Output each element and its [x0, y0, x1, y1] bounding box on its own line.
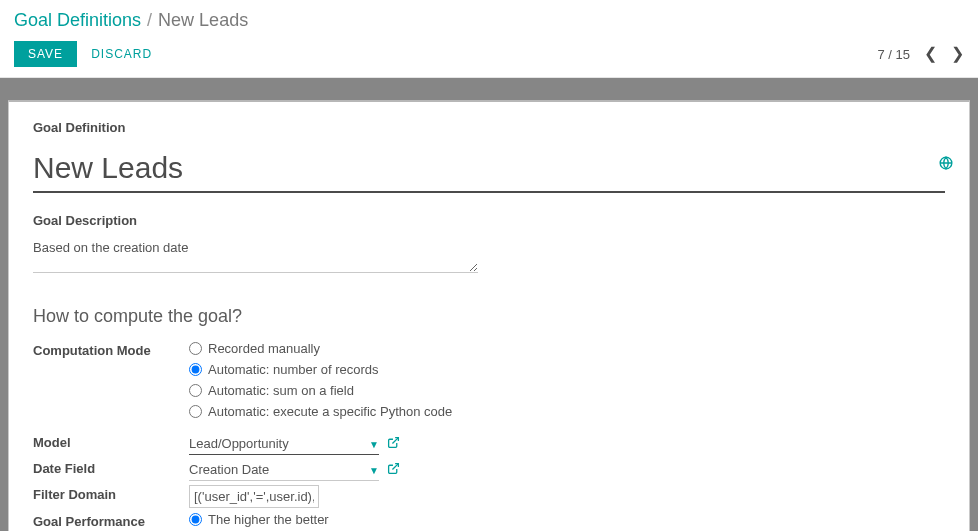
goal-description-input[interactable]: Based on the creation date — [33, 238, 478, 273]
breadcrumb-active: New Leads — [158, 10, 248, 31]
radio-sum[interactable] — [189, 384, 202, 397]
radio-label: The higher the better — [208, 512, 329, 527]
chevron-right-icon[interactable]: ❯ — [951, 46, 964, 62]
radio-label: Automatic: number of records — [208, 362, 379, 377]
radio-label: Recorded manually — [208, 341, 320, 356]
date-field-label: Date Field — [33, 459, 189, 476]
radio-python[interactable] — [189, 405, 202, 418]
radio-higher[interactable] — [189, 513, 202, 526]
model-input[interactable] — [189, 433, 379, 455]
breadcrumb-root[interactable]: Goal Definitions — [14, 10, 141, 31]
computation-mode-label: Computation Mode — [33, 341, 189, 358]
computation-mode-count[interactable]: Automatic: number of records — [189, 362, 945, 377]
globe-icon[interactable] — [939, 156, 953, 173]
filter-domain-label: Filter Domain — [33, 485, 189, 502]
performance-higher[interactable]: The higher the better — [189, 512, 945, 527]
goal-name-input[interactable] — [33, 145, 945, 193]
computation-mode-sum[interactable]: Automatic: sum on a field — [189, 383, 945, 398]
computation-mode-python[interactable]: Automatic: execute a specific Python cod… — [189, 404, 945, 419]
computation-mode-manual[interactable]: Recorded manually — [189, 341, 945, 356]
chevron-left-icon[interactable]: ❮ — [924, 46, 937, 62]
radio-manual[interactable] — [189, 342, 202, 355]
svg-line-2 — [392, 464, 398, 470]
filter-domain-input[interactable] — [189, 485, 319, 508]
section-heading-compute: How to compute the goal? — [33, 306, 945, 327]
date-field-input[interactable] — [189, 459, 379, 481]
svg-line-1 — [392, 438, 398, 444]
pager: 7 / 15 ❮ ❯ — [877, 46, 964, 62]
radio-label: Automatic: execute a specific Python cod… — [208, 404, 452, 419]
pager-count[interactable]: 7 / 15 — [877, 47, 910, 62]
breadcrumb-separator: / — [147, 10, 152, 31]
breadcrumb: Goal Definitions / New Leads — [14, 10, 964, 31]
goal-definition-label: Goal Definition — [33, 120, 945, 135]
model-label: Model — [33, 433, 189, 450]
goal-performance-label: Goal Performance — [33, 512, 189, 529]
discard-button[interactable]: DISCARD — [91, 47, 152, 61]
external-link-icon[interactable] — [387, 462, 400, 478]
radio-label: Automatic: sum on a field — [208, 383, 354, 398]
goal-description-label: Goal Description — [33, 213, 945, 228]
radio-count[interactable] — [189, 363, 202, 376]
save-button[interactable]: SAVE — [14, 41, 77, 67]
external-link-icon[interactable] — [387, 436, 400, 452]
